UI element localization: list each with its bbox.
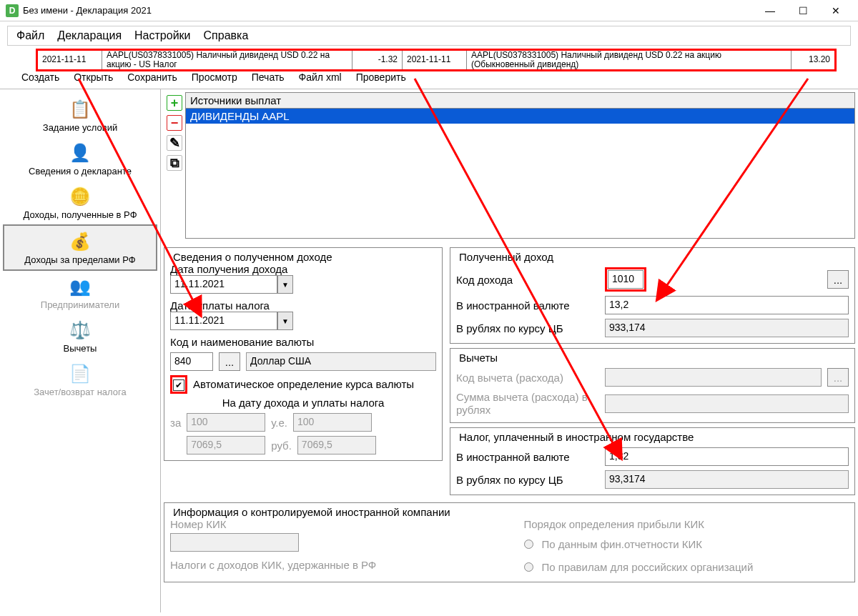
kik-option2-radio	[524, 562, 533, 572]
toolbar-open[interactable]: Открыть	[74, 71, 113, 83]
menu-bar: Файл Декларация Настройки Справка	[7, 26, 851, 46]
conditions-icon: 📋	[66, 98, 94, 121]
edit-source-button[interactable]: ✎	[167, 135, 182, 151]
rub2-input: 7069,5	[297, 436, 376, 454]
sidebar-item-label: Доходы за пределами РФ	[6, 254, 154, 265]
sidebar-item-label: Задание условий	[4, 122, 156, 133]
minimize-button[interactable]: —	[754, 0, 786, 21]
annotation-data-strip: 2021-11-11 AAPL(US0378331005) Наличный д…	[36, 49, 837, 71]
sidebar-item-income-rf[interactable]: 🪙 Доходы, полученные в РФ	[3, 181, 157, 224]
ue-input: 100	[293, 413, 372, 432]
income-rub-value: 933,174	[605, 319, 849, 337]
kik-fieldset: Информация о контролируемой иностранной …	[164, 502, 855, 582]
coins-icon: 🪙	[66, 185, 94, 208]
foreign-tax-legend: Налог, уплаченный в иностранном государс…	[456, 431, 696, 443]
sidebar-item-refund: 📄 Зачет/возврат налога	[3, 358, 157, 402]
sidebar-item-label: Сведения о декларанте	[4, 166, 156, 177]
toolbar-check[interactable]: Проверить	[356, 71, 406, 83]
deduction-code-select-button: ...	[827, 368, 849, 387]
main-panel: + − ✎ ⧉ Источники выплат ДИВИДЕНДЫ AAPL …	[161, 89, 858, 612]
date-tax-input[interactable]: 11.11.2021	[170, 312, 277, 330]
foreign-tax-fieldset: Налог, уплаченный в иностранном государс…	[450, 427, 855, 495]
menu-settings[interactable]: Настройки	[134, 29, 190, 42]
toolbar-create[interactable]: Создать	[21, 71, 59, 83]
close-button[interactable]: ✕	[819, 0, 852, 21]
toolbar-print[interactable]: Печать	[252, 71, 285, 83]
ue-label: у.е.	[271, 417, 287, 429]
tax-fx-label: В иностранной валюте	[456, 451, 599, 463]
sidebar-item-label: Доходы, полученные в РФ	[4, 209, 156, 220]
tax-fx-input[interactable]: 1,32	[605, 447, 849, 466]
strip-amount2: 13.20	[792, 51, 834, 69]
kik-option1-label: По данным фин.отчетности КИК	[542, 538, 703, 550]
currency-label: Код и наименование валюты	[170, 336, 436, 348]
strip-desc1: AAPL(US0378331005) Наличный дивиденд USD…	[102, 51, 352, 69]
date-income-dropdown[interactable]: ▼	[277, 275, 293, 294]
rub-label: руб.	[271, 439, 292, 452]
strip-desc2: AAPL(US0378331005) Наличный дивиденд USD…	[467, 51, 792, 69]
add-source-button[interactable]: +	[167, 95, 182, 111]
toolbar-preview[interactable]: Просмотр	[192, 71, 237, 83]
window-title: Без имени - Декларация 2021	[23, 5, 754, 16]
people-icon: 👥	[66, 275, 94, 298]
sources-header: Источники выплат	[186, 93, 854, 109]
kik-option2-label: По правилам для российских организаций	[542, 561, 754, 573]
toolbar-xml[interactable]: Файл xml	[299, 71, 342, 83]
source-row-selected[interactable]: ДИВИДЕНДЫ AAPL	[186, 109, 854, 124]
currency-select-button[interactable]: ...	[219, 352, 240, 371]
remove-source-button[interactable]: −	[167, 115, 182, 131]
za-label: за	[170, 417, 181, 429]
sidebar-item-conditions[interactable]: 📋 Задание условий	[3, 94, 157, 137]
calculator-icon: ⚖️	[66, 319, 94, 342]
tax-rub-value: 93,3174	[605, 470, 849, 489]
app-icon: D	[6, 4, 19, 17]
auto-rate-checkbox[interactable]: ✔	[173, 379, 184, 391]
deduction-code-label: Код вычета (расхода)	[456, 372, 599, 384]
sidebar-item-label: Вычеты	[4, 343, 156, 354]
date-income-input[interactable]: 11.11.2021	[170, 275, 277, 294]
currency-code-input[interactable]: 840	[170, 352, 213, 371]
strip-amount1: -1.32	[352, 51, 403, 69]
deductions-fieldset: Вычеты Код вычета (расхода) ... Сумма вы…	[450, 348, 855, 423]
deduction-code-input	[605, 368, 822, 387]
sidebar-item-label: Зачет/возврат налога	[4, 387, 156, 397]
kik-taxes-label: Налоги с доходов КИК, удержанные в РФ	[170, 559, 495, 571]
date-tax-label: Дата уплаты налога	[170, 299, 436, 312]
sources-list[interactable]: Источники выплат ДИВИДЕНДЫ AAPL	[185, 92, 855, 239]
income-code-highlight: 1010	[605, 267, 646, 292]
income-code-input[interactable]: 1010	[608, 270, 644, 289]
copy-source-button[interactable]: ⧉	[167, 155, 182, 171]
tax-rub-label: В рублях по курсу ЦБ	[456, 474, 599, 486]
toolbar: Создать Открыть Сохранить Просмотр Печат…	[0, 70, 858, 89]
kik-option1-radio	[524, 540, 533, 549]
sidebar-item-declarant[interactable]: 👤 Сведения о декларанте	[3, 137, 157, 181]
kik-number-input	[170, 533, 299, 552]
toolbar-save[interactable]: Сохранить	[127, 71, 177, 83]
income-details-legend: Сведения о полученном доходе	[170, 251, 335, 263]
title-bar: D Без имени - Декларация 2021 — ☐ ✕	[0, 0, 858, 21]
income-fx-input[interactable]: 13,2	[605, 296, 849, 314]
menu-file[interactable]: Файл	[16, 29, 44, 42]
document-icon: 📄	[66, 362, 94, 385]
za-input: 100	[187, 413, 265, 432]
kik-order-label: Порядок определения прибыли КИК	[524, 518, 849, 530]
menu-help[interactable]: Справка	[204, 29, 249, 42]
deduction-sum-label: Сумма вычета (расхода) в рублях	[456, 391, 599, 417]
sidebar-item-income-foreign[interactable]: 💰 Доходы за пределами РФ	[3, 224, 157, 271]
maximize-button[interactable]: ☐	[786, 0, 819, 21]
currency-name: Доллар США	[246, 352, 436, 371]
menu-declaration[interactable]: Декларация	[57, 29, 122, 42]
income-rub-label: В рублях по курсу ЦБ	[456, 322, 599, 334]
kik-legend: Информация о контролируемой иностранной …	[170, 506, 453, 518]
auto-rate-label: Автоматическое определение курса валюты	[193, 378, 414, 391]
income-code-label: Код дохода	[456, 274, 599, 286]
income-code-select-button[interactable]: ...	[827, 270, 849, 289]
sidebar-item-deductions[interactable]: ⚖️ Вычеты	[3, 314, 157, 358]
sidebar: 📋 Задание условий 👤 Сведения о декларант…	[0, 89, 161, 612]
received-income-fieldset: Полученный доход Код дохода 1010 ... В и…	[450, 247, 855, 344]
date-income-label: Дата получения дохода	[170, 263, 436, 275]
rub1-input: 7069,5	[187, 436, 265, 454]
person-icon: 👤	[66, 141, 94, 164]
date-tax-dropdown[interactable]: ▼	[277, 312, 293, 330]
kik-number-label: Номер КИК	[170, 518, 495, 530]
